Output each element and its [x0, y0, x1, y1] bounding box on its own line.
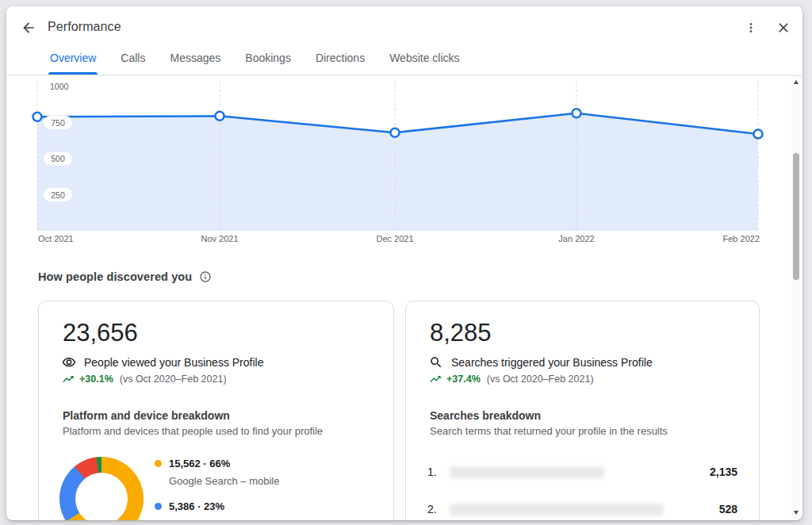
y-tick-1000: 1000 — [50, 82, 69, 91]
close-icon — [776, 20, 791, 36]
interactions-line-chart[interactable]: 1000750500250Oct 2021Nov 2021Dec 2021Jan… — [6, 75, 802, 251]
tab-overview[interactable]: Overview — [48, 52, 98, 75]
page-title: Performance — [48, 20, 121, 34]
donut-hole — [75, 473, 128, 520]
tab-website-clicks[interactable]: Website clicks — [388, 52, 461, 75]
searches-label: Searches triggered your Business Profile — [451, 356, 653, 369]
data-point-Jan 2022[interactable] — [573, 109, 581, 117]
searches-stat-row: Searches triggered your Business Profile — [429, 355, 653, 370]
search-rank: 1. — [427, 466, 440, 478]
back-button[interactable] — [16, 15, 41, 40]
search-count: 2,135 — [710, 466, 737, 478]
performance-dialog: Performance OverviewCallsMessagesBooking… — [6, 6, 802, 520]
views-count: 23,656 — [63, 320, 138, 346]
searches-count: 8,285 — [430, 320, 492, 346]
views-delta-note: (vs Oct 2020–Feb 2021) — [120, 374, 227, 385]
data-point-Nov 2021[interactable] — [216, 112, 224, 121]
x-label-Jan 2022: Jan 2022 — [558, 234, 594, 243]
donut-legend: 15,562 · 66%Google Search – mobile5,386 … — [155, 458, 279, 520]
data-point-Dec 2021[interactable] — [391, 128, 400, 137]
platform-breakdown-subtitle: Platform and devices that people used to… — [63, 425, 323, 437]
platform-breakdown-title: Platform and device breakdown — [63, 409, 230, 422]
trending-up-icon — [62, 373, 75, 385]
legend-item: 5,386 · 23% — [155, 500, 279, 512]
legend-value: 5,386 · 23% — [169, 500, 224, 512]
more-options-button[interactable] — [738, 15, 764, 40]
section-title: How people discovered you — [38, 270, 192, 283]
scrollbar-thumb[interactable] — [793, 153, 799, 280]
discovery-section-header: How people discovered you — [38, 270, 212, 283]
scroll-up-arrow[interactable] — [791, 77, 801, 86]
dialog-header: Performance OverviewCallsMessagesBooking… — [6, 6, 802, 75]
y-tick-750: 750 — [51, 118, 65, 128]
search-term-row: 2.528 — [427, 503, 737, 515]
views-delta-row: +30.1% (vs Oct 2020–Feb 2021) — [62, 373, 227, 385]
info-icon[interactable] — [199, 270, 212, 283]
searches-card: 8,285 Searches triggered your Business P… — [405, 301, 760, 520]
back-arrow-icon — [21, 20, 36, 36]
close-button[interactable] — [771, 15, 796, 40]
tabs: OverviewCallsMessagesBookingsDirectionsW… — [48, 52, 462, 75]
y-tick-250: 250 — [51, 190, 65, 200]
profile-views-card: 23,656 People viewed your Business Profi… — [38, 301, 394, 520]
searches-delta-row: +37.4% (vs Oct 2020–Feb 2021) — [429, 373, 594, 385]
searches-delta: +37.4% — [446, 374, 481, 385]
data-point-Feb 2022[interactable] — [754, 130, 763, 139]
scroll-down-arrow[interactable] — [791, 508, 801, 517]
searches-breakdown-subtitle: Search terms that returned your profile … — [430, 425, 668, 437]
trending-up-icon — [429, 373, 442, 385]
tab-directions[interactable]: Directions — [314, 52, 366, 75]
searches-breakdown-title: Searches breakdown — [430, 409, 541, 422]
legend-item: 15,562 · 66%Google Search – mobile — [155, 458, 279, 487]
scrollbar[interactable] — [791, 75, 801, 519]
redacted-search-term — [450, 466, 604, 478]
views-label: People viewed your Business Profile — [84, 356, 263, 369]
more-vert-icon — [744, 21, 758, 35]
donut-chart[interactable] — [59, 457, 144, 520]
page-background: Performance OverviewCallsMessagesBooking… — [0, 0, 812, 525]
tab-bookings[interactable]: Bookings — [243, 52, 293, 75]
views-delta: +30.1% — [79, 374, 113, 385]
legend-dot — [155, 503, 162, 510]
searches-list: 1.2,1352.528 — [427, 466, 737, 520]
searches-delta-note: (vs Oct 2020–Feb 2021) — [487, 374, 594, 385]
tab-messages[interactable]: Messages — [168, 52, 222, 75]
legend-value: 15,562 · 66% — [169, 458, 230, 469]
search-term-row: 1.2,135 — [427, 466, 737, 478]
tab-calls[interactable]: Calls — [119, 52, 147, 75]
x-label-Nov 2021: Nov 2021 — [201, 234, 238, 243]
legend-dot — [155, 460, 162, 467]
eye-icon — [62, 355, 76, 370]
views-stat-row: People viewed your Business Profile — [62, 355, 263, 370]
search-count: 528 — [719, 503, 737, 515]
x-label-Feb 2022: Feb 2022 — [723, 234, 760, 243]
x-label-Dec 2021: Dec 2021 — [376, 234, 413, 243]
x-label-Oct 2021: Oct 2021 — [38, 234, 74, 243]
redacted-search-term — [450, 504, 664, 515]
data-point-Oct 2021[interactable] — [33, 113, 42, 121]
search-icon — [429, 355, 443, 370]
y-tick-500: 500 — [51, 154, 65, 163]
search-rank: 2. — [427, 503, 440, 515]
legend-sublabel: Google Search – mobile — [169, 475, 279, 487]
